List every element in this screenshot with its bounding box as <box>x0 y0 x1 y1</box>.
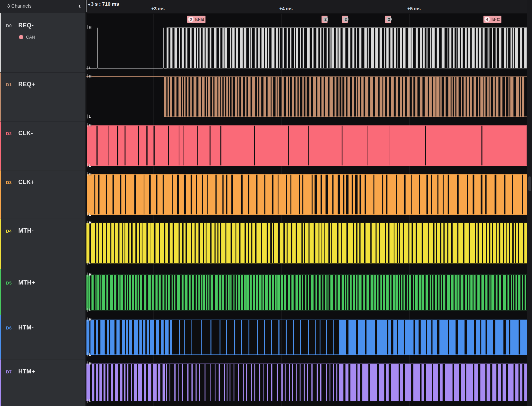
annotation-badge-1[interactable]: 2 <box>322 16 328 23</box>
channel-row-d0[interactable]: D0REQ-CAN <box>0 13 85 72</box>
level-label-high-d7: H <box>87 361 91 365</box>
channel-row-d2[interactable]: D2CLK- <box>0 121 85 170</box>
level-label-high-d1: H <box>87 74 91 78</box>
channel-id-label: D7 <box>6 369 12 374</box>
level-tick <box>87 172 87 176</box>
logic-analyzer-window: ◀ 3 s : 710 ms +3 ms+4 ms+5 ms 3Id·Id222… <box>0 0 532 406</box>
channel-name-label: REQ- <box>18 22 34 29</box>
badge-count: 2 <box>343 17 348 22</box>
level-letter: L <box>89 261 91 265</box>
level-tick <box>87 25 87 29</box>
channel-row-d4[interactable]: D4MTH- <box>0 219 85 269</box>
channel-name-label: HTM+ <box>18 368 35 375</box>
channel-name-label: CLK- <box>18 130 33 137</box>
channel-id-label: D4 <box>6 229 12 234</box>
badge-count: 3 <box>188 17 194 22</box>
level-label-low-d3: L <box>87 212 91 216</box>
level-label-high-d2: H <box>87 123 91 127</box>
sidebar-header: 8 Channels ‹ <box>0 0 85 13</box>
collapse-sidebar-button[interactable]: ‹ <box>78 1 81 11</box>
timeline-marker-icon: ◀ <box>88 3 90 6</box>
level-label-high-d3: H <box>87 172 91 176</box>
vertical-scrollbar[interactable] <box>527 0 532 406</box>
level-letter: H <box>89 273 91 277</box>
badge-count: 2 <box>323 17 328 22</box>
channel-sidebar: 8 Channels ‹ D0REQ-CAND1REQ+D2CLK-D3CLK+… <box>0 0 86 406</box>
level-tick <box>87 352 87 356</box>
channel-name-label: REQ+ <box>18 81 35 88</box>
analyzer-item-can[interactable]: CAN <box>19 35 35 40</box>
channel-color-stripe <box>0 219 1 269</box>
channel-color-stripe <box>0 121 1 170</box>
channel-name-label: CLK+ <box>18 179 35 186</box>
level-tick <box>87 361 87 365</box>
level-letter: H <box>89 74 91 78</box>
level-label-high-d4: H <box>87 221 91 225</box>
level-label-low-d4: L <box>87 261 91 265</box>
level-label-low-d6: L <box>87 352 91 356</box>
badge-label: Id·Id <box>195 17 204 22</box>
channel-row-d6[interactable]: D6HTM- <box>0 315 85 359</box>
channel-name-label: MTH+ <box>18 279 35 286</box>
channel-id-label: D3 <box>6 180 12 185</box>
annotation-badge-4[interactable]: 4Id·C <box>483 16 501 23</box>
channel-row-d5[interactable]: D5MTH+ <box>0 269 85 315</box>
level-tick <box>87 114 87 118</box>
level-label-low-d1: L <box>87 114 91 118</box>
channel-color-stripe <box>0 359 1 406</box>
channel-id-label: D0 <box>6 23 12 28</box>
level-letter: L <box>89 352 91 356</box>
analyzer-color-icon <box>19 35 23 39</box>
level-tick <box>87 317 87 321</box>
annotation-badge-3[interactable]: 2 <box>385 16 391 23</box>
timeline-header[interactable]: ◀ 3 s : 710 ms +3 ms+4 ms+5 ms <box>86 0 527 14</box>
level-letter: L <box>89 308 91 312</box>
scrollbar-thumb[interactable] <box>528 176 531 191</box>
channel-color-stripe <box>0 73 1 121</box>
channel-id-label: D2 <box>6 131 12 136</box>
level-letter: H <box>89 172 91 176</box>
annotation-badge-0[interactable]: 3Id·Id <box>187 16 205 23</box>
level-letter: L <box>89 114 91 118</box>
channel-id-label: D6 <box>6 325 12 330</box>
level-tick <box>87 163 87 167</box>
channel-row-d7[interactable]: D7HTM+ <box>0 359 85 406</box>
channel-id-label: D1 <box>6 82 12 87</box>
channel-row-d3[interactable]: D3CLK+ <box>0 170 85 219</box>
timeline-position-label: 3 s : 710 ms <box>91 1 119 7</box>
channel-color-stripe <box>0 315 1 359</box>
level-label-high-d6: H <box>87 317 91 321</box>
timeline-tick-2: +5 ms <box>407 6 421 11</box>
annotation-badge-2[interactable]: 2 <box>342 16 348 23</box>
level-label-low-d2: L <box>87 163 91 167</box>
badge-count: 4 <box>484 17 490 22</box>
level-label-low-d7: L <box>87 399 91 403</box>
channel-color-stripe <box>0 170 1 219</box>
level-letter: H <box>89 361 91 365</box>
level-letter: L <box>89 66 91 70</box>
level-letter: H <box>89 25 91 29</box>
level-tick <box>87 66 87 70</box>
channel-id-label: D5 <box>6 281 12 286</box>
level-tick <box>87 221 87 225</box>
timeline-tick-0: +3 ms <box>151 6 165 11</box>
channel-row-d1[interactable]: D1REQ+ <box>0 72 85 121</box>
analyzer-name-label: CAN <box>26 35 35 40</box>
level-label-low-d5: L <box>87 308 91 312</box>
level-letter: L <box>89 212 91 216</box>
level-tick <box>87 123 87 127</box>
level-tick <box>87 273 87 277</box>
channel-name-label: HTM- <box>18 324 34 331</box>
timeline-tick-1: +4 ms <box>279 6 293 11</box>
level-letter: H <box>89 221 91 225</box>
level-letter: H <box>89 317 91 321</box>
level-letter: L <box>89 163 91 167</box>
level-letter: L <box>89 399 91 403</box>
level-tick <box>87 261 87 265</box>
level-label-high-d5: H <box>87 273 91 277</box>
timeline-position: ◀ 3 s : 710 ms <box>88 1 119 7</box>
capture-start-marker <box>86 0 87 12</box>
level-letter: H <box>89 123 91 127</box>
badge-label: Id·C <box>491 17 500 22</box>
level-tick <box>87 212 87 216</box>
